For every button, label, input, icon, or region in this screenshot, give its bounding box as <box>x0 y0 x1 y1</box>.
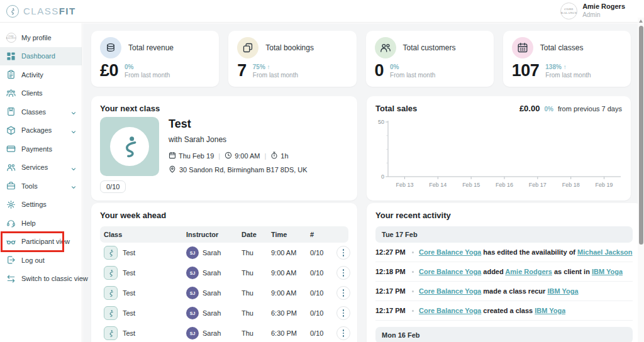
glasses-icon <box>6 237 16 246</box>
stat-change: 0% <box>390 63 435 72</box>
svg-text:Feb 17: Feb 17 <box>529 182 547 188</box>
cell-class: Test <box>123 329 135 337</box>
sidebar-item-switch-to-classic-view[interactable]: Switch to classic view <box>0 270 82 289</box>
scrollbar-thumb[interactable] <box>639 26 643 245</box>
switch-arrows-icon <box>6 274 16 284</box>
credit-card-icon <box>6 144 16 153</box>
activity-link[interactable]: IBM Yoga <box>547 287 578 295</box>
stats-row: Total revenue £0 0% From last month Tota… <box>91 31 631 86</box>
activity-item: 12:18 PM Core Balance Yoga added Amie Ro… <box>375 262 633 282</box>
scroll-up-arrow-icon[interactable] <box>639 19 643 23</box>
sidebar-item-label: Settings <box>21 201 47 208</box>
class-duration: 1h <box>280 152 288 160</box>
activity-link[interactable]: IBM Yoga <box>592 268 623 275</box>
week-ahead-title: Your week ahead <box>100 211 348 220</box>
sidebar-item-classes[interactable]: Classes <box>0 102 82 121</box>
table-row[interactable]: Test SJ Sarah Thu 9:00 AM 0/10 <box>100 243 348 263</box>
row-menu-button[interactable] <box>336 306 350 320</box>
stat-card: Total bookings 7 75% ↑ From last month <box>228 31 356 87</box>
cell-class: Test <box>123 289 135 297</box>
stat-change: 138% ↑ <box>545 63 591 72</box>
svg-text:Feb 18: Feb 18 <box>562 182 580 188</box>
activity-plain-text: as client in <box>552 268 592 275</box>
activity-plain-text: created a class <box>481 307 535 314</box>
cell-time: 6:30 PM <box>271 309 310 317</box>
activity-link[interactable]: Core Balance Yoga <box>419 248 481 256</box>
coins-icon <box>100 37 121 58</box>
row-menu-button[interactable] <box>336 266 350 280</box>
clipboard-icon <box>6 70 16 79</box>
sidebar-item-participant-view[interactable]: Participant view <box>0 233 82 251</box>
svg-text:Feb 14: Feb 14 <box>429 182 447 188</box>
sidebar-item-dashboard[interactable]: Dashboard <box>0 47 82 66</box>
activity-time: 12:17 PM <box>375 307 407 314</box>
cell-count: 0/10 <box>310 329 336 337</box>
user-menu[interactable]: COREBALANCE Amie Rogers Admin <box>560 3 625 19</box>
sidebar-item-help[interactable]: Help <box>0 214 82 233</box>
cell-instructor: Sarah <box>203 309 221 317</box>
sidebar-item-label: Services <box>21 163 48 171</box>
table-row[interactable]: Test SJ Sarah Thu 6:30 PM 0/10 <box>100 323 348 342</box>
gear-icon <box>6 200 16 209</box>
sidebar-item-payments[interactable]: Payments <box>0 140 82 158</box>
activity-link[interactable]: Core Balance Yoga <box>419 287 481 295</box>
class-thumbnail <box>100 117 159 176</box>
activity-link[interactable]: Amie Rodgers <box>505 268 552 275</box>
sidebar-item-packages[interactable]: Packages <box>0 121 82 140</box>
chevron-down-icon <box>71 165 76 173</box>
sidebar-item-label: My profile <box>21 34 52 41</box>
sidebar-item-clients[interactable]: Clients <box>0 84 82 103</box>
table-row[interactable]: Test SJ Sarah Thu 6:30 PM 0/10 <box>100 303 348 323</box>
cell-count: 0/10 <box>310 289 336 297</box>
box-icon <box>6 126 16 135</box>
cell-count: 0/10 <box>310 269 336 277</box>
row-menu-button[interactable] <box>336 286 350 300</box>
app-header: CLASSFIT COREBALANCE Amie Rogers Admin <box>0 0 644 23</box>
svg-text:50: 50 <box>378 119 384 125</box>
stat-label: Total classes <box>540 43 584 52</box>
activity-link[interactable]: Core Balance Yoga <box>419 307 481 314</box>
next-class-card: Your next class Test with Sarah Jones Th… <box>91 96 357 201</box>
cell-instructor: Sarah <box>203 329 221 337</box>
sales-note: from previous 7 days <box>558 105 622 113</box>
brand-logo: CLASSFIT <box>6 5 76 18</box>
sidebar-item-services[interactable]: Services <box>0 158 82 177</box>
stat-change: 0% <box>125 63 170 72</box>
row-menu-button[interactable] <box>336 246 350 260</box>
vertical-scrollbar[interactable] <box>638 18 644 342</box>
sidebar-item-log-out[interactable]: Log out <box>0 251 82 270</box>
stat-note: From last month <box>125 72 170 80</box>
class-logo-icon <box>104 246 118 260</box>
instructor-avatar: SJ <box>186 246 199 259</box>
instructor-avatar: SJ <box>186 267 199 279</box>
row-menu-button[interactable] <box>336 326 350 340</box>
activity-time: 12:17 PM <box>375 287 407 295</box>
table-row[interactable]: Test SJ Sarah Thu 9:00 AM 0/10 <box>100 283 348 303</box>
cell-date: Thu <box>242 309 271 317</box>
cell-count: 0/10 <box>310 249 336 256</box>
cell-date: Thu <box>242 269 271 277</box>
activity-link[interactable]: IBM Yoga <box>535 307 565 314</box>
sidebar-item-settings[interactable]: Settings <box>0 196 82 214</box>
sidebar-item-activity[interactable]: Activity <box>0 65 82 84</box>
sidebar-item-label: Participant view <box>21 238 70 245</box>
cell-time: 6:30 PM <box>271 329 310 337</box>
class-name: Test <box>169 118 308 131</box>
chevron-down-icon <box>71 109 76 117</box>
class-logo-icon <box>104 286 118 300</box>
activity-text: Core Balance Yoga has edited the availab… <box>419 248 633 256</box>
stat-change: 75% ↑ <box>253 63 298 72</box>
activity-time: 12:27 PM <box>375 248 407 256</box>
activity-link[interactable]: Michael Jackson <box>577 248 632 256</box>
class-logo-icon <box>104 326 118 340</box>
sidebar-item-tools[interactable]: Tools <box>0 177 82 196</box>
headset-icon <box>6 218 16 228</box>
dot-separator-icon <box>412 290 414 292</box>
table-row[interactable]: Test SJ Sarah Thu 9:00 AM 0/10 <box>100 263 348 283</box>
activity-link[interactable]: Core Balance Yoga <box>419 268 481 275</box>
sidebar-item-my-profile[interactable]: COREBALANCE My profile <box>0 28 82 47</box>
class-time: 9:00 AM <box>235 152 260 160</box>
activity-plain-text: has edited the availability of <box>481 248 577 256</box>
activity-plain-text: made a class recur <box>481 287 547 295</box>
calendar-icon <box>512 37 533 58</box>
